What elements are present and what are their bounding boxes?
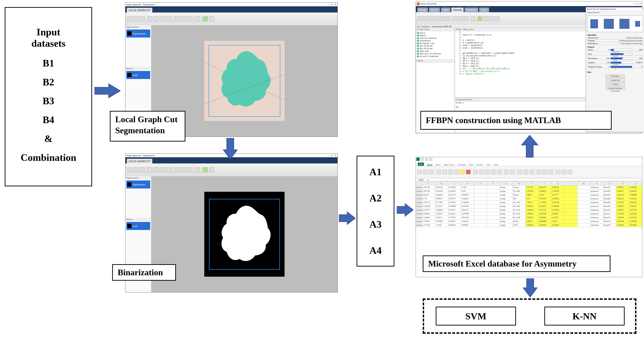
nn-plot-btn[interactable]: Performance	[606, 75, 625, 78]
xl-number[interactable]	[504, 169, 509, 174]
xl-italic[interactable]	[442, 169, 447, 174]
xl-format[interactable]	[548, 169, 553, 174]
xl-border[interactable]	[454, 169, 459, 174]
xl-merge[interactable]	[497, 169, 502, 174]
ml-print[interactable]	[446, 16, 450, 21]
segmenter-tab[interactable]: LOCAL GRAPH CUT	[127, 8, 152, 12]
matlab-tab-apps[interactable]: APPS	[441, 7, 450, 12]
bin-rb11[interactable]	[195, 167, 200, 172]
ribbon-zoom-in[interactable]	[174, 16, 180, 21]
ribbon-erase-roi[interactable]	[140, 16, 145, 21]
excel-tab-data[interactable]: Data	[469, 164, 473, 166]
ml-bp[interactable]	[471, 16, 476, 21]
excel-qat-undo[interactable]	[425, 158, 428, 161]
xl-cut[interactable]	[423, 169, 428, 174]
segmenter-side-load[interactable]: Load	[126, 71, 150, 79]
bin-rb2[interactable]	[133, 167, 138, 172]
xl-align-c[interactable]	[479, 169, 484, 174]
excel-name-box[interactable]: H241	[417, 178, 425, 181]
xl-table[interactable]	[523, 169, 528, 174]
excel-grid[interactable]: ABCDEFGHIJKLMNOPQmelanoma1.9271390.44763…	[416, 182, 642, 227]
bin-rb-apply[interactable]	[202, 167, 208, 172]
current-folder-list[interactable]: train.m ffbpn.m asym_feat_results.mat as…	[416, 31, 454, 58]
excel-tab-formulas[interactable]: Formulas	[458, 164, 466, 166]
ribbon-mark-fg[interactable]	[147, 16, 152, 21]
ribbon-show-binary[interactable]	[195, 16, 200, 21]
bin-side-seg[interactable]: Segmentation	[126, 180, 150, 188]
segmenter-window-controls[interactable]: —▢✕	[328, 3, 336, 6]
xl-font-color[interactable]	[466, 169, 471, 174]
ml-compare[interactable]	[440, 16, 445, 21]
matlab-tab-home[interactable]: HOME	[417, 7, 428, 12]
ribbon-clear[interactable]	[160, 16, 165, 21]
xl-bold[interactable]	[436, 169, 441, 174]
excel-tab-insert[interactable]: Insert	[436, 164, 441, 166]
xl-percent[interactable]	[510, 169, 515, 174]
xl-delete[interactable]	[542, 169, 547, 174]
matlab-tab-publish[interactable]: PUBLISH	[464, 7, 478, 12]
ribbon-close[interactable]	[209, 16, 214, 21]
nn-close-icon[interactable]: ✕	[642, 8, 644, 10]
matlab-tab-plots[interactable]: PLOTS	[429, 7, 440, 12]
ml-save[interactable]	[428, 16, 433, 21]
xl-sort[interactable]	[562, 169, 566, 174]
bin-rb9[interactable]	[181, 167, 186, 172]
matlab-tab-view[interactable]: VIEW	[479, 7, 489, 12]
xl-fill[interactable]	[460, 169, 465, 174]
ribbon-pan[interactable]	[187, 16, 192, 21]
ml-run-advance[interactable]	[483, 16, 488, 21]
bin-rb5[interactable]	[154, 167, 159, 172]
bin-rb6[interactable]	[160, 167, 165, 172]
ribbon-density[interactable]	[166, 16, 172, 21]
bin-rb1[interactable]	[127, 167, 132, 172]
bin-tab[interactable]: LOCAL GRAPH CUT	[127, 159, 152, 164]
excel-tab-file[interactable]: File	[418, 163, 424, 166]
matlab-tab-editor[interactable]: EDITOR	[451, 7, 464, 12]
ml-run-section[interactable]	[489, 16, 494, 21]
ml-goto[interactable]	[452, 16, 457, 21]
ribbon-apply[interactable]	[202, 16, 208, 21]
bin-canvas[interactable]	[152, 176, 338, 292]
excel-formula-input[interactable]	[431, 178, 641, 181]
xl-sum[interactable]	[556, 169, 560, 174]
bin-rb4[interactable]	[147, 167, 152, 172]
excel-qat-save[interactable]	[420, 158, 424, 161]
bin-rb8[interactable]	[174, 167, 180, 172]
ribbon-roi-style[interactable]	[127, 16, 132, 21]
bin-window-controls[interactable]: —▢✕	[328, 154, 336, 157]
bin-rb7[interactable]	[166, 167, 172, 172]
ribbon-rectangle[interactable]	[133, 16, 138, 21]
excel-tab-home[interactable]: Home	[427, 163, 432, 166]
xl-find[interactable]	[568, 169, 572, 174]
matlab-window-controls[interactable]: —▢✕	[632, 2, 641, 5]
excel-tab-view[interactable]: View	[486, 164, 491, 166]
segmenter-side-seg[interactable]: Segmentation	[126, 29, 150, 37]
excel-tab-layout[interactable]: Page Layout	[444, 164, 454, 166]
xl-paste[interactable]	[417, 169, 422, 174]
ml-new[interactable]	[417, 16, 422, 21]
ml-run[interactable]	[478, 16, 482, 21]
xl-styles[interactable]	[529, 169, 534, 174]
ribbon-mark-bg[interactable]	[154, 16, 159, 21]
nn-plot-btn[interactable]: Confusion	[606, 83, 625, 86]
bin-side-load[interactable]: Load	[126, 222, 150, 230]
xl-copy[interactable]	[429, 169, 434, 174]
ml-open[interactable]	[423, 16, 428, 21]
bin-rb3[interactable]	[140, 167, 145, 172]
xl-underline[interactable]	[448, 169, 453, 174]
bin-rb10[interactable]	[187, 167, 192, 172]
ml-comment[interactable]	[458, 16, 463, 21]
excel-tab-help[interactable]: Help	[494, 164, 498, 166]
xl-condfmt[interactable]	[518, 169, 522, 174]
xl-align-r[interactable]	[485, 169, 490, 174]
xl-align-l[interactable]	[473, 169, 478, 174]
excel-qat-redo[interactable]	[429, 158, 432, 161]
ml-find[interactable]	[434, 16, 439, 21]
excel-tab-review[interactable]: Review	[476, 164, 483, 166]
ml-run-timing[interactable]	[494, 16, 499, 21]
xl-insert[interactable]	[536, 169, 541, 174]
ml-indent[interactable]	[464, 16, 468, 21]
xl-wrap[interactable]	[491, 169, 496, 174]
ribbon-zoom-out[interactable]	[181, 16, 186, 21]
bin-rb-close[interactable]	[209, 167, 214, 172]
